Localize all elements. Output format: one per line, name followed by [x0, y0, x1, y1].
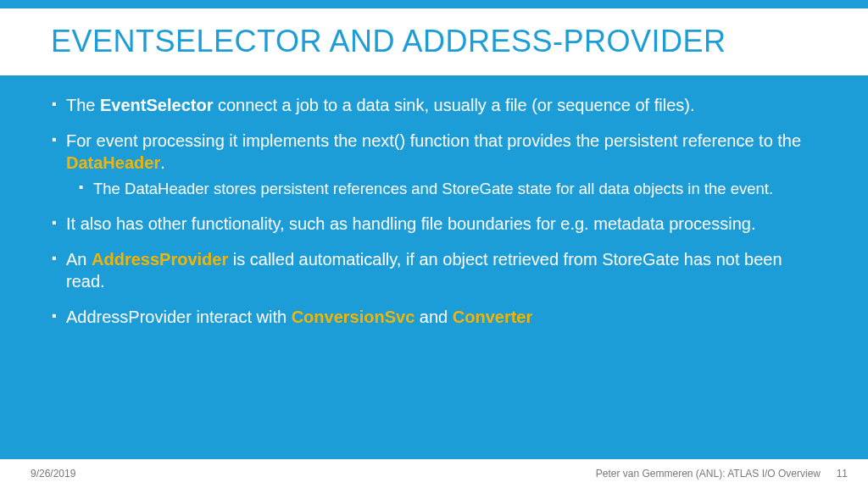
- bullet-4-highlight: AddressProvider: [92, 250, 228, 269]
- footer: 9/26/2019 Peter van Gemmeren (ANL): ATLA…: [0, 459, 868, 488]
- bullet-2-post: .: [160, 153, 165, 172]
- bullet-5: AddressProvider interact with Conversion…: [51, 306, 817, 328]
- slide-content: The EventSelector connect a job to a dat…: [0, 75, 868, 488]
- bullet-5-mid: and: [415, 308, 452, 326]
- bullet-1-post: connect a job to a data sink, usually a …: [213, 96, 694, 114]
- bullet-5-pre: AddressProvider interact with: [66, 308, 292, 326]
- bullet-1: The EventSelector connect a job to a dat…: [51, 94, 817, 116]
- footer-attribution: Peter van Gemmeren (ANL): ATLAS I/O Over…: [596, 468, 821, 480]
- footer-page-number: 11: [832, 468, 848, 480]
- bullet-4: An AddressProvider is called automatical…: [51, 248, 817, 292]
- title-band: EVENTSELECTOR AND ADDRESS-PROVIDER: [0, 8, 868, 75]
- bullet-2-sub-1: The DataHeader stores persistent referen…: [78, 179, 817, 199]
- bullet-2-highlight: DataHeader: [66, 153, 160, 172]
- bullet-4-pre: An: [66, 250, 92, 269]
- bullet-2-pre: For event processing it implements the n…: [66, 131, 801, 150]
- footer-date: 9/26/2019: [31, 468, 75, 480]
- bullet-2: For event processing it implements the n…: [51, 130, 817, 199]
- slide: EVENTSELECTOR AND ADDRESS-PROVIDER The E…: [0, 0, 868, 488]
- top-accent-bar: [0, 0, 868, 8]
- bullet-2-sublist: The DataHeader stores persistent referen…: [66, 179, 817, 199]
- bullet-1-pre: The: [66, 96, 100, 114]
- bullet-list: The EventSelector connect a job to a dat…: [51, 94, 817, 328]
- bullet-3: It also has other functionality, such as…: [51, 213, 817, 235]
- bullet-5-hl1: ConversionSvc: [292, 308, 415, 326]
- bullet-5-hl2: Converter: [453, 308, 532, 326]
- bullet-1-bold: EventSelector: [100, 96, 213, 114]
- slide-title: EVENTSELECTOR AND ADDRESS-PROVIDER: [51, 24, 817, 58]
